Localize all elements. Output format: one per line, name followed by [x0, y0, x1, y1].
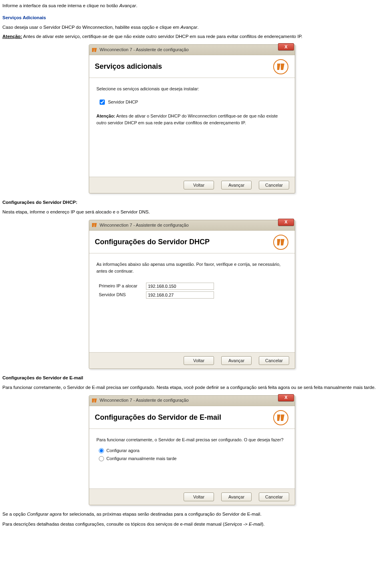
dialog-body: Para funcionar corretamente, o Servidor …: [89, 429, 295, 489]
dialog-title: Winconnection 7 - Assistente de configur…: [100, 222, 189, 229]
text-italic: Configurar agora: [27, 512, 61, 516]
paragraph: Se a opção Configurar agora for selecion…: [2, 511, 382, 518]
section-heading: Serviços Adicionais: [2, 14, 382, 22]
text: Para descrições detalhadas destas config…: [2, 522, 224, 526]
warning-text: Atenção: Antes de ativar o Servidor DHCP…: [96, 113, 288, 126]
dialog-intro-text: Selecione os serviços adicionais que des…: [96, 86, 288, 92]
cancel-button[interactable]: Cancelar: [259, 492, 289, 501]
paragraph: Nesta etapa, informe o endereço IP que s…: [2, 209, 382, 216]
back-button[interactable]: Voltar: [184, 356, 214, 365]
app-icon: [92, 47, 97, 53]
text: Caso deseja usar o Servidor DHCP do Winc…: [2, 25, 180, 30]
section-heading: Configurações do Servidor DHCP:: [2, 199, 382, 206]
dialog-heading: Configurações do Servidor DHCP: [95, 237, 210, 248]
close-button[interactable]: X: [278, 394, 294, 401]
dialog-header: Configurações do Servidor de E-mail: [89, 406, 295, 429]
brand-logo-icon: [273, 410, 288, 425]
dialog-intro-text: As informações abaixo são apenas uma sug…: [96, 261, 288, 275]
dialog-body: Selecione os serviços adicionais que des…: [89, 78, 295, 177]
cancel-button[interactable]: Cancelar: [259, 356, 289, 365]
radio-label: Configurar manualmente mais tarde: [106, 455, 176, 462]
dialog-titlebar: Winconnection 7 - Assistente de configur…: [89, 45, 295, 55]
back-button[interactable]: Voltar: [184, 181, 214, 189]
paragraph: Informe a interface da sua rede interna …: [2, 2, 382, 10]
app-icon: [92, 398, 97, 403]
text: Se a opção: [2, 512, 27, 516]
text: Informe a interface da sua rede interna …: [2, 3, 119, 8]
text: for selecionada, as próximas etapas serã…: [62, 512, 262, 516]
cancel-button[interactable]: Cancelar: [259, 181, 289, 189]
text-italic: Serviços -> E-mail: [224, 522, 262, 526]
primeiro-ip-input[interactable]: [146, 283, 214, 290]
section-heading: Configurações do Servidor de E-mail: [2, 375, 382, 382]
dialog-titlebar: Winconnection 7 - Assistente de configur…: [89, 220, 295, 231]
dialog-body: As informações abaixo são apenas uma sug…: [89, 253, 295, 353]
label-servidor-dns: Servidor DNS: [99, 291, 146, 298]
dialog-footer: Voltar Avançar Cancelar: [89, 489, 295, 505]
document-body: Informe a interface da sua rede interna …: [0, 0, 384, 533]
brand-logo-icon: [273, 235, 288, 250]
dialog-footer: Voltar Avançar Cancelar: [89, 353, 295, 369]
configurar-agora-radio[interactable]: [99, 448, 104, 453]
dialog-title: Winconnection 7 - Assistente de configur…: [100, 397, 189, 404]
dialog-heading: Configurações do Servidor de E-mail: [95, 412, 221, 423]
app-icon: [92, 222, 97, 228]
next-button[interactable]: Avançar: [221, 181, 252, 189]
configurar-mais-tarde-radio[interactable]: [99, 456, 104, 461]
dialog-servicos-adicionais: Winconnection 7 - Assistente de configur…: [89, 44, 295, 193]
dialog-header: Configurações do Servidor DHCP: [89, 231, 295, 253]
text: ).: [262, 522, 264, 526]
next-button[interactable]: Avançar: [221, 356, 252, 365]
dialog-titlebar: Winconnection 7 - Assistente de configur…: [89, 396, 295, 406]
paragraph: Atenção: Antes de ativar este serviço, c…: [2, 33, 382, 40]
close-icon: X: [284, 44, 287, 50]
dialog-header: Serviços adicionais: [89, 55, 295, 78]
dialog-heading: Serviços adicionais: [95, 61, 162, 72]
label-primeiro-ip: Primeiro IP a alocar: [99, 283, 146, 289]
paragraph: Para descrições detalhadas destas config…: [2, 521, 382, 528]
text: Antes de ativar este serviço, certifique…: [22, 34, 302, 39]
dialog-configuracoes-email: Winconnection 7 - Assistente de configur…: [89, 395, 295, 505]
brand-logo-icon: [273, 59, 288, 74]
text: .: [197, 25, 198, 30]
checkbox-label: Servidor DHCP: [108, 99, 138, 106]
text: .: [136, 3, 137, 8]
close-icon: X: [284, 394, 287, 401]
next-button[interactable]: Avançar: [221, 492, 252, 501]
servidor-dns-input[interactable]: [146, 291, 214, 299]
dialog-configuracoes-dhcp: Winconnection 7 - Assistente de configur…: [89, 220, 295, 369]
text-emphasis: Atenção:: [2, 34, 22, 39]
dialog-title: Winconnection 7 - Assistente de configur…: [100, 46, 189, 53]
text-italic: Avançar: [119, 3, 136, 8]
paragraph: Caso deseja usar o Servidor DHCP do Winc…: [2, 24, 382, 31]
close-button[interactable]: X: [278, 219, 294, 226]
close-button[interactable]: X: [278, 43, 294, 50]
close-icon: X: [284, 219, 287, 225]
paragraph: Para funcionar corretamente, o Servidor …: [2, 384, 382, 391]
text-italic: Avançar: [180, 25, 197, 30]
radio-label: Configurar agora: [106, 447, 140, 454]
back-button[interactable]: Voltar: [184, 492, 214, 501]
servidor-dhcp-checkbox[interactable]: [100, 100, 105, 105]
dialog-intro-text: Para funcionar corretamente, o Servidor …: [96, 437, 288, 443]
warning-body: Antes de ativar o Servidor DHCP do Winco…: [96, 114, 278, 125]
warning-prefix: Atenção:: [96, 114, 115, 118]
dialog-footer: Voltar Avançar Cancelar: [89, 177, 295, 193]
